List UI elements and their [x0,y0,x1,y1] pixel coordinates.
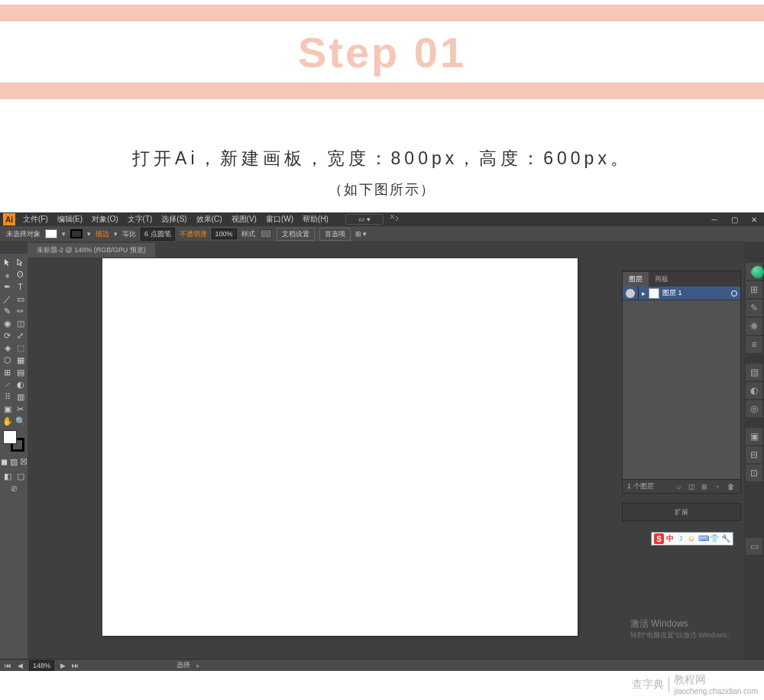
menu-object[interactable]: 对象(O) [87,214,122,225]
nav-prev-icon[interactable]: ◀ [18,662,23,669]
eyedropper-tool-icon[interactable]: ⟋ [2,379,13,391]
menu-window[interactable]: 窗口(W) [261,214,298,225]
doc-setup-button[interactable]: 文档设置 [277,228,315,241]
align-panel-icon[interactable]: ⊟ [746,446,762,463]
graph-tool-icon[interactable]: ▥ [15,391,26,403]
direct-selection-tool-icon[interactable] [15,257,26,268]
magic-wand-tool-icon[interactable]: ⁎ [2,269,13,280]
site-watermark: 查字典 教程网 jiaocheng.chazidian.com [632,673,758,695]
document-tab[interactable]: 未标题-2 @ 148% (RGB/GPU 预览) [28,243,155,258]
ime-emoji-icon[interactable]: ☺ [688,534,696,543]
swatches-panel-icon[interactable]: ⊞ [746,281,762,298]
layer-name[interactable]: 图层 1 [662,288,682,298]
graphic-styles-panel-icon[interactable]: ▣ [746,428,762,445]
rectangle-tool-icon[interactable]: ▭ [15,293,26,305]
pen-tool-icon[interactable]: ✒ [2,281,13,293]
minimize-button[interactable]: ─ [704,212,724,226]
menu-view[interactable]: 视图(V) [227,214,261,225]
stroke-label[interactable]: 描边 [96,229,109,239]
menu-select[interactable]: 选择(S) [157,214,191,225]
menu-file[interactable]: 文件(F) [18,214,53,225]
nav-last-icon[interactable]: ⏭ [72,662,79,669]
layer-row[interactable]: ▸ 图层 1 [623,287,740,300]
ime-moon-icon[interactable]: ☽ [676,534,685,543]
draw-mode-icon[interactable]: ◧ [2,471,13,482]
ime-menu-icon[interactable]: 🔧 [721,534,730,543]
paintbrush-tool-icon[interactable]: ✎ [2,306,13,317]
blob-brush-tool-icon[interactable]: ◉ [2,318,13,329]
workspace-selector[interactable]: ▭ ▾ [345,214,384,225]
menu-edit[interactable]: 编辑(E) [53,214,87,225]
opacity-label[interactable]: 不透明度 [180,229,207,239]
menu-help[interactable]: 帮助(H) [298,214,333,225]
tab-artboards[interactable]: 画板 [649,272,675,287]
type-tool-icon[interactable]: T [15,281,26,293]
symbols-panel-icon[interactable]: ❋ [746,318,762,335]
pencil-tool-icon[interactable]: ✏ [15,306,26,317]
new-sublayer-icon[interactable]: ⊞ [699,481,710,492]
gradient-panel-icon[interactable]: ▤ [746,364,762,381]
clip-mask-icon[interactable]: ◫ [686,481,697,492]
none-mode-icon[interactable]: ☒ [19,456,28,468]
eraser-tool-icon[interactable]: ◫ [15,318,26,329]
menu-effect[interactable]: 效果(C) [192,214,227,225]
shape-builder-tool-icon[interactable]: ⬡ [2,355,13,366]
color-mode-icon[interactable]: ◼ [0,456,8,468]
search-icon[interactable] [390,214,399,225]
tab-layers[interactable]: 图层 [623,272,649,287]
brushes-panel-icon[interactable]: ✎ [746,300,762,316]
blend-tool-icon[interactable]: ◐ [15,379,26,391]
nav-next-icon[interactable]: ▶ [60,662,66,669]
scale-tool-icon[interactable]: ⤢ [15,330,26,342]
stroke-weight-field[interactable]: 6 点圆笔 [141,228,175,241]
fill-color-swatch[interactable] [3,430,17,444]
ime-keyboard-icon[interactable]: ⌨ [698,534,707,543]
fill-swatch[interactable] [45,229,57,238]
ime-skin-icon[interactable]: 👕 [710,534,719,543]
rotate-tool-icon[interactable]: ⟳ [2,330,13,342]
slice-tool-icon[interactable]: ✂ [15,403,26,415]
transparency-panel-icon[interactable]: ◐ [746,382,762,399]
artboard-canvas[interactable] [102,258,578,636]
nav-first-icon[interactable]: ⏮ [5,662,11,669]
sogou-logo-icon[interactable]: S [654,533,664,544]
close-button[interactable]: ✕ [744,212,764,226]
opacity-field[interactable]: 100% [212,228,237,239]
stroke-panel-icon[interactable]: ≡ [746,336,762,353]
visibility-toggle-icon[interactable] [626,289,635,298]
symbol-spray-tool-icon[interactable]: ⠿ [2,391,13,403]
new-layer-icon[interactable]: ▫ [712,481,723,492]
screen-mode-icon[interactable]: ▢ [15,471,26,482]
change-screen-mode-icon[interactable]: ⎚ [2,483,26,494]
target-icon[interactable] [731,290,737,297]
extensions-panel[interactable]: 扩展 [622,503,741,521]
decorative-stripe-top [0,5,764,21]
ime-lang-toggle[interactable]: 中 [666,533,674,544]
zoom-tool-icon[interactable]: 🔍 [15,416,26,427]
libraries-panel-icon[interactable]: ▭ [746,538,762,555]
width-tool-icon[interactable]: ◈ [2,342,13,354]
appearance-panel-icon[interactable]: ◎ [746,400,762,417]
menu-type[interactable]: 文字(T) [123,214,157,225]
hand-tool-icon[interactable]: ✋ [2,416,13,427]
fill-stroke-swatches[interactable] [3,430,24,452]
artboard-tool-icon[interactable]: ▣ [2,403,13,415]
align-icon[interactable]: ⊞ ▾ [355,230,367,238]
delete-layer-icon[interactable]: 🗑 [725,481,736,492]
gradient-mode-icon[interactable]: ▨ [10,456,18,468]
pathfinder-panel-icon[interactable]: ⊡ [746,465,762,481]
zoom-field[interactable]: 148% [29,660,54,671]
notification-bubble-icon[interactable] [752,266,764,278]
maximize-button[interactable]: ▢ [724,212,744,226]
gradient-tool-icon[interactable]: ▤ [15,367,26,378]
style-swatch[interactable] [260,229,272,238]
selection-tool-icon[interactable] [2,257,13,268]
locate-layer-icon[interactable]: ⌕ [673,481,684,492]
free-transform-tool-icon[interactable]: ⬚ [15,342,26,354]
lasso-tool-icon[interactable]: ʘ [15,269,26,280]
mesh-tool-icon[interactable]: ⊞ [2,367,13,378]
prefs-button[interactable]: 首选项 [319,228,351,241]
line-tool-icon[interactable]: ／ [2,293,13,305]
stroke-swatch[interactable] [70,229,83,238]
perspective-tool-icon[interactable]: ▦ [15,355,26,366]
